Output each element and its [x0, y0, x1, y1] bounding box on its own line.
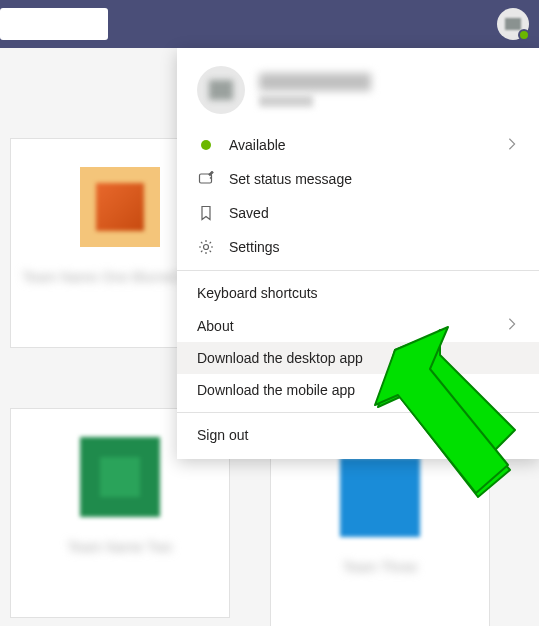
menu-item-about[interactable]: About — [177, 309, 539, 342]
menu-label: Set status message — [229, 171, 519, 187]
menu-item-availability[interactable]: Available — [177, 128, 539, 162]
profile-avatar-button[interactable] — [497, 8, 529, 40]
menu-label: Download the desktop app — [197, 350, 519, 366]
menu-separator — [177, 412, 539, 413]
svg-point-1 — [204, 245, 209, 250]
gear-icon — [197, 238, 215, 256]
menu-label: About — [197, 318, 491, 334]
menu-item-download-mobile[interactable]: Download the mobile app — [177, 374, 539, 406]
menu-item-saved[interactable]: Saved — [177, 196, 539, 230]
team-thumbnail — [80, 437, 160, 517]
menu-label: Saved — [229, 205, 519, 221]
menu-label: Keyboard shortcuts — [197, 285, 519, 301]
presence-available-icon — [197, 136, 215, 154]
profile-display-name — [259, 73, 419, 91]
presence-available-icon — [518, 29, 530, 41]
team-thumbnail — [340, 457, 420, 537]
menu-item-keyboard-shortcuts[interactable]: Keyboard shortcuts — [177, 277, 539, 309]
profile-header — [177, 48, 539, 128]
menu-separator — [177, 270, 539, 271]
menu-item-download-desktop[interactable]: Download the desktop app — [177, 342, 539, 374]
menu-label: Settings — [229, 239, 519, 255]
chevron-right-icon — [505, 137, 519, 154]
team-title: Team Three — [343, 557, 417, 578]
menu-item-sign-out[interactable]: Sign out — [177, 419, 539, 459]
team-title: Team Name Two — [68, 537, 173, 558]
menu-label: Available — [229, 137, 491, 153]
profile-avatar-large — [197, 66, 245, 114]
menu-item-settings[interactable]: Settings — [177, 230, 539, 264]
search-input[interactable] — [0, 8, 108, 40]
profile-email — [259, 95, 349, 107]
menu-item-set-status[interactable]: Set status message — [177, 162, 539, 196]
profile-dropdown-menu: Available Set status message Saved Setti… — [177, 48, 539, 459]
bookmark-icon — [197, 204, 215, 222]
menu-label: Download the mobile app — [197, 382, 519, 398]
top-bar — [0, 0, 539, 48]
edit-status-icon — [197, 170, 215, 188]
team-thumbnail — [80, 167, 160, 247]
menu-label: Sign out — [197, 427, 519, 443]
chevron-right-icon — [505, 317, 519, 334]
